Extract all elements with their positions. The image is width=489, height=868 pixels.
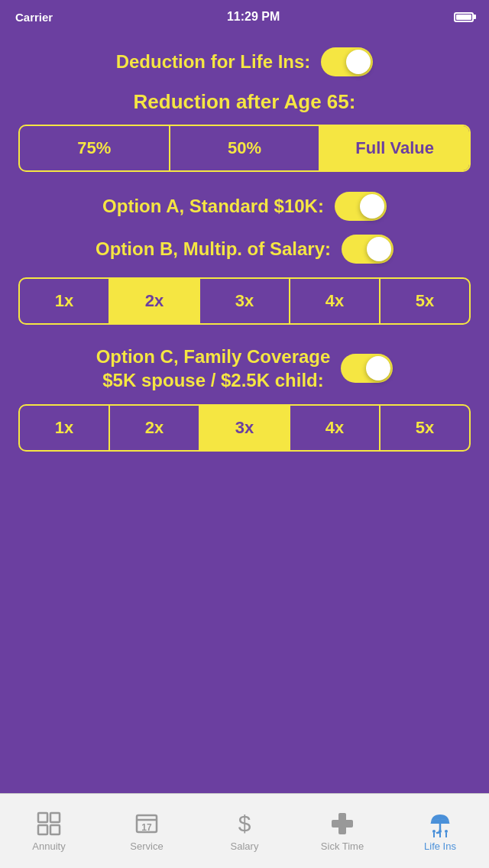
tab-service[interactable]: 17 Service: [98, 810, 196, 852]
svg-rect-3: [50, 825, 60, 834]
option-c-2x[interactable]: 2x: [110, 406, 200, 450]
battery-icon: [454, 12, 474, 22]
svg-point-12: [439, 830, 442, 833]
option-b-label: Option B, Multip. of Salary:: [96, 238, 331, 260]
tab-bar: Annuity 17 Service $ Salary Sick Time: [0, 793, 489, 868]
svg-rect-2: [38, 825, 47, 834]
service-icon: 17: [133, 810, 160, 837]
option-b-4x[interactable]: 4x: [290, 279, 381, 323]
carrier-label: Carrier: [15, 11, 53, 24]
reduction-section-label: Reduction after Age 65:: [18, 90, 471, 114]
option-c-3x[interactable]: 3x: [200, 406, 290, 450]
life-ins-icon: [426, 810, 454, 837]
option-b-3x[interactable]: 3x: [200, 279, 290, 323]
option-b-multiplier-control: 1x 2x 3x 4x 5x: [18, 277, 471, 325]
svg-rect-1: [50, 813, 60, 822]
option-b-toggle-knob: [367, 237, 391, 261]
deduction-label: Deduction for Life Ins:: [116, 51, 311, 73]
option-c-4x[interactable]: 4x: [290, 406, 381, 450]
deduction-toggle-knob: [346, 50, 371, 74]
option-a-label: Option A, Standard $10K:: [102, 196, 324, 217]
svg-point-11: [432, 830, 436, 833]
tab-service-label: Service: [130, 840, 163, 852]
option-c-1x[interactable]: 1x: [20, 406, 110, 450]
tab-sick-time[interactable]: Sick Time: [293, 810, 391, 852]
reduction-option-50[interactable]: 50%: [170, 126, 321, 170]
sick-time-icon: [329, 810, 356, 837]
svg-text:17: 17: [141, 822, 152, 833]
reduction-option-full[interactable]: Full Value: [320, 126, 469, 170]
option-b-5x[interactable]: 5x: [381, 279, 469, 323]
tab-salary-label: Salary: [231, 840, 259, 852]
deduction-toggle-row: Deduction for Life Ins:: [18, 47, 471, 76]
annuity-icon: [35, 810, 63, 837]
option-c-toggle[interactable]: [341, 354, 393, 383]
option-b-2x[interactable]: 2x: [110, 279, 200, 323]
reduction-segment-control: 75% 50% Full Value: [18, 125, 471, 172]
option-c-toggle-knob: [366, 356, 390, 381]
option-b-1x[interactable]: 1x: [20, 279, 110, 323]
svg-point-13: [445, 830, 448, 833]
tab-life-ins[interactable]: Life Ins: [391, 810, 489, 852]
main-content: Deduction for Life Ins: Reduction after …: [0, 34, 489, 793]
reduction-option-75[interactable]: 75%: [20, 126, 170, 170]
svg-rect-9: [332, 820, 353, 828]
deduction-toggle[interactable]: [321, 47, 373, 76]
option-c-multiplier-control: 1x 2x 3x 4x 5x: [18, 404, 471, 452]
tab-salary[interactable]: $ Salary: [196, 810, 293, 852]
tab-annuity[interactable]: Annuity: [0, 810, 98, 852]
tab-annuity-label: Annuity: [32, 840, 65, 852]
option-a-toggle[interactable]: [335, 192, 387, 221]
option-b-toggle[interactable]: [342, 235, 393, 264]
svg-text:$: $: [238, 811, 251, 836]
option-c-label: Option C, Family Coverage $5K spouse / $…: [96, 345, 331, 392]
tab-life-ins-label: Life Ins: [424, 840, 456, 852]
svg-rect-0: [38, 813, 47, 822]
option-c-5x[interactable]: 5x: [381, 406, 469, 450]
status-bar: Carrier 11:29 PM: [0, 0, 489, 34]
option-a-toggle-knob: [360, 194, 384, 219]
time-label: 11:29 PM: [227, 10, 280, 24]
tab-sick-time-label: Sick Time: [321, 840, 364, 852]
option-a-toggle-row: Option A, Standard $10K:: [18, 192, 471, 221]
option-c-toggle-row: Option C, Family Coverage $5K spouse / $…: [18, 345, 471, 392]
salary-icon: $: [231, 810, 258, 837]
option-b-toggle-row: Option B, Multip. of Salary:: [18, 235, 471, 264]
